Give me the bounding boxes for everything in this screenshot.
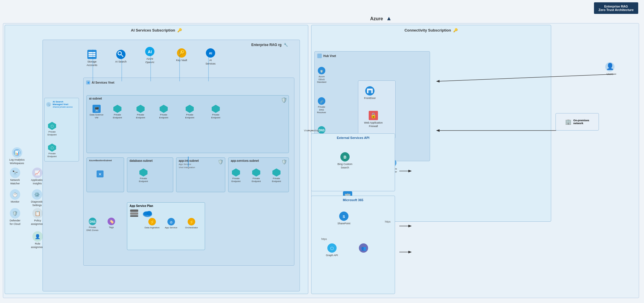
pe-ai4-box: PrivateEndpoint bbox=[185, 104, 194, 119]
external-services-title: External Services API bbox=[311, 136, 395, 139]
on-premises-icon: 🏢 bbox=[565, 119, 571, 125]
svg-text:✕: ✕ bbox=[98, 172, 102, 177]
main-container: AI Services Subscription 🔑 📊 Log Analyti… bbox=[3, 23, 639, 298]
title-line1: Enterprise RAG bbox=[599, 5, 634, 8]
tags-label: Tags bbox=[109, 226, 114, 229]
svg-rect-19 bbox=[88, 54, 95, 55]
svg-marker-47 bbox=[139, 168, 147, 177]
app-insights-box: 📈 ApplicationInsights bbox=[31, 167, 44, 185]
sharepoint-label: SharePoint bbox=[337, 222, 350, 225]
connectivity-subscription-box: Connectivity Subscription 🔑 Hub Vnet 🛡️ … bbox=[311, 25, 551, 222]
pe-search2-box: ⬡ PrivateEndpoint bbox=[47, 143, 57, 158]
defender-left-box: 🛡️ Defenderfor Cloud bbox=[9, 207, 21, 226]
pe-app3-box: PrivateEndpoint bbox=[272, 168, 281, 183]
app-service-label: App Service bbox=[165, 226, 177, 229]
svg-text:🛡️: 🛡️ bbox=[320, 69, 324, 73]
svg-marker-40 bbox=[113, 105, 121, 113]
svg-text:👥: 👥 bbox=[361, 246, 366, 251]
svg-text:🏷️: 🏷️ bbox=[109, 219, 114, 224]
svg-text:⬡: ⬡ bbox=[330, 246, 334, 251]
orchestrator-box: ⚡ Orchestrator bbox=[185, 217, 198, 229]
svg-text:⚙️: ⚙️ bbox=[34, 192, 40, 197]
svg-text:🔷: 🔷 bbox=[87, 82, 90, 84]
app-services-shield: 🛡️ bbox=[281, 159, 287, 165]
dsvm-label: Data ScienceVM bbox=[90, 113, 104, 119]
svg-marker-43 bbox=[186, 105, 194, 113]
svg-text:AI: AI bbox=[209, 52, 212, 55]
data-science-vm-box: 🖥️ Data ScienceVM bbox=[90, 104, 104, 119]
pe-search1-box: ⬡ PrivateEndpoint bbox=[47, 121, 57, 136]
graph-api-label: Graph API bbox=[326, 254, 338, 257]
svg-text:📋: 📋 bbox=[35, 211, 40, 216]
svg-marker-48 bbox=[232, 168, 240, 177]
svg-text:S: S bbox=[343, 215, 345, 219]
diagnostic-settings-label: DiagnosticSettings bbox=[31, 200, 43, 207]
defender-left-label: Defenderfor Cloud bbox=[10, 219, 20, 226]
users-label: Users bbox=[606, 73, 613, 76]
ai-services-vnet: 🔷 AI Services Vnet ai-subnet 🛡️ 🖥️ Data … bbox=[83, 78, 294, 266]
pe-search1-label: PrivateEndpoint bbox=[47, 131, 57, 136]
monitor-label: Monitor bbox=[11, 200, 19, 204]
app-service-plan-label: App Service Plan bbox=[130, 204, 153, 207]
svg-rect-20 bbox=[88, 56, 95, 57]
svg-rect-70 bbox=[317, 54, 322, 58]
title-bar: Enterprise RAG Zero Trust Architecture bbox=[594, 2, 638, 14]
ms365-box: Microsoft 365 S SharePoint ⬡ Graph API 👥 bbox=[311, 196, 395, 294]
svg-text:⬡: ⬡ bbox=[51, 124, 53, 128]
svg-text:⊘: ⊘ bbox=[170, 220, 173, 224]
app-service-plan-box: App Service Plan ⚡ Data Ingestion bbox=[127, 202, 205, 250]
graph-api-box: ⬡ Graph API bbox=[326, 242, 338, 257]
waf-icon-box: 🔒 Web ApplicationFirewall bbox=[364, 110, 383, 128]
svg-rect-60 bbox=[130, 215, 138, 217]
svg-text:👤: 👤 bbox=[606, 63, 614, 70]
svg-rect-18 bbox=[88, 52, 95, 53]
tags-box: 🏷️ Tags bbox=[107, 217, 116, 229]
on-premises-content: 🏢 On-premisesnetwork bbox=[556, 113, 599, 130]
https-label-2: https bbox=[321, 238, 327, 240]
app-int-shield: 🛡️ bbox=[218, 159, 224, 165]
ms365-title: Microsoft 365 bbox=[311, 198, 395, 202]
app-service-plan-icon: ⊘ App Service bbox=[165, 217, 177, 229]
svg-text:DNS: DNS bbox=[318, 129, 324, 132]
log-analytics-icon-box: 📊 Log AnalyticsWorkspaces bbox=[9, 147, 25, 165]
data-ingestion-label: Data Ingestion bbox=[145, 226, 160, 229]
ai-services-box: AI AIServices bbox=[205, 47, 216, 65]
on-premises-label: On-premisesnetwork bbox=[573, 119, 589, 125]
server-icon bbox=[130, 208, 139, 219]
hub-vnet-label: Hub Vnet bbox=[317, 53, 336, 58]
pe-ai2-box: PrivateEndpoint bbox=[136, 104, 145, 119]
bing-box: B Bing CustomSearch bbox=[337, 151, 353, 169]
ai-subscription-box: AI Services Subscription 🔑 📊 Log Analyti… bbox=[5, 25, 308, 294]
ddos-box: 🛡️ AzureDDoSStandard bbox=[317, 66, 326, 84]
ai-services-label: AIServices bbox=[206, 59, 216, 65]
waf-label: Web ApplicationFirewall bbox=[364, 121, 383, 128]
bing-label: Bing CustomSearch bbox=[337, 163, 353, 169]
title-line2: Zero Trust Architecture bbox=[599, 8, 634, 12]
pe-app1-box: PrivateEndpoint bbox=[231, 168, 241, 183]
svg-text:⚡: ⚡ bbox=[150, 220, 155, 225]
network-watcher-left-box: 🔭 NetworkWatcher bbox=[9, 167, 21, 185]
storage-accounts-box: StorageAccounts bbox=[86, 49, 98, 67]
pe-app2-box: PrivateEndpoint bbox=[252, 168, 261, 183]
enterprise-rag-box: Enterprise RAG rg 🔧 StorageAccounts bbox=[43, 40, 300, 291]
ms-teams-box: 👥 bbox=[358, 242, 369, 254]
ai-subnet-shield: 🛡️ bbox=[281, 97, 287, 103]
svg-text:⬡: ⬡ bbox=[51, 146, 53, 150]
ddos-label: AzureDDoSStandard bbox=[317, 75, 326, 84]
ai-subnet: ai-subnet 🛡️ 🖥️ Data ScienceVM PrivateEn… bbox=[86, 95, 289, 153]
pe-db-box: PrivateEndpoint bbox=[139, 168, 148, 183]
database-subnet-label: database-subnet bbox=[130, 159, 152, 162]
external-services-box: External Services API B Bing CustomSearc… bbox=[311, 133, 395, 191]
svg-marker-42 bbox=[160, 105, 168, 113]
svg-marker-44 bbox=[212, 105, 220, 113]
ai-subnet-label: ai-subnet bbox=[89, 97, 102, 100]
svg-text:📊: 📊 bbox=[14, 150, 20, 155]
pe-ai5-box: PrivateEndpoint bbox=[211, 104, 220, 119]
sharepoint-box: S SharePoint bbox=[337, 210, 350, 225]
frontdoor-box: FrontDoor 🔒 Web ApplicationFirewall bbox=[358, 80, 396, 138]
bastion-icon: ✕ bbox=[95, 169, 105, 179]
frontdoor-icon-box: FrontDoor bbox=[364, 85, 376, 100]
private-dns-resolver-box: 🔗 PrivateDNSResolver bbox=[317, 96, 326, 114]
on-premises-box: 🏢 On-premisesnetwork bbox=[556, 113, 599, 131]
svg-marker-41 bbox=[136, 105, 145, 113]
